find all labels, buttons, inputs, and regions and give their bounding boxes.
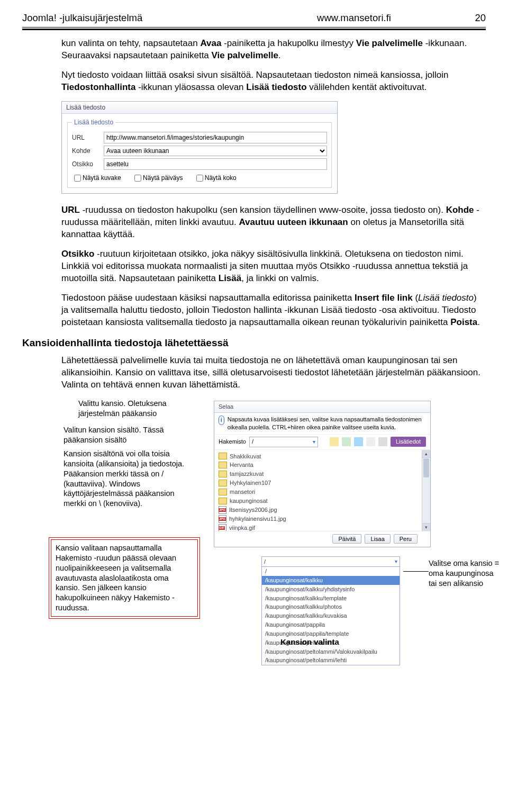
list-item-label: Itsenisyys2006.jpg [229, 506, 277, 514]
update-button[interactable]: Päivitä [332, 534, 361, 544]
dropdown-option[interactable]: /kaupunginosat/kalkku/kuvakisa [262, 611, 400, 620]
kohde-select[interactable]: Avaa uuteen ikkunaan [104, 146, 327, 156]
dropdown-option[interactable]: /kaupunginosat/kalkku/template [262, 594, 400, 603]
chevron-down-icon: ▾ [395, 558, 397, 565]
add-button[interactable]: Lisaa [365, 534, 390, 544]
list-item[interactable]: JPGhyhkylainensivu11.jpg [214, 515, 430, 524]
list-item-label: Shakkikuvat [230, 453, 261, 461]
file-icon: JPG [219, 506, 226, 514]
header-left: Joomla! -julkaisujärjestelmä [22, 12, 243, 25]
cb-show-date[interactable] [134, 175, 141, 182]
folder-icon [219, 480, 227, 486]
caption-folder-select: Kansion valinta [280, 637, 339, 647]
refresh-icon[interactable] [342, 437, 351, 446]
screenshot-add-file-dialog: Lisää tiedosto Lisää tiedosto URL Kohde … [61, 101, 338, 194]
cancel-button[interactable]: Peru [394, 534, 418, 544]
para-1: kun valinta on tehty, napsautetaan Avaa … [61, 38, 486, 62]
list-item-label: mansetori [230, 488, 255, 496]
list-item-label: Hervanta [230, 461, 253, 469]
note-folder-contents: Valitun kansion sisältö. Tässä pääkansio… [64, 425, 190, 445]
note-choose-folder: Kansio valitaan napsauttamalla Hakemisto… [51, 539, 198, 617]
screenshot-folder-dropdown: / ▾ //kaupunginosat/kalkku/kaupunginosat… [261, 556, 400, 665]
scrollbar[interactable]: ▴ ▾ [422, 450, 430, 531]
list-item[interactable]: GIFviinpka.gif [214, 524, 430, 531]
checkbox-row: Näytä kuvake Näytä päiväys Näytä koko [72, 173, 327, 183]
cb-show-size[interactable] [196, 175, 203, 182]
para-5: Tiedostoon pääse uudestaan käsiksi napsa… [61, 292, 486, 329]
note-selected-folder: Valittu kansio. Oletuksena järjestelmän … [78, 399, 189, 419]
info-text: Napsauta kuvaa lisätäksesi sen, valitse … [228, 416, 426, 431]
url-input[interactable] [104, 132, 327, 143]
folder-icon [219, 498, 227, 504]
list-item[interactable]: Hyhkylainen107 [214, 479, 430, 488]
details-button[interactable]: Lisätiedot [391, 437, 426, 447]
header-site: www.mansetori.fi [243, 12, 465, 25]
chevron-down-icon: ▾ [313, 438, 315, 446]
dropdown-select[interactable]: / ▾ [261, 556, 400, 567]
dropdown-option[interactable]: /kaupunginosat/kalkku/photos [262, 602, 400, 611]
screenshot-browse-dialog: Selaa i Napsauta kuvaa lisätäksesi sen, … [214, 401, 431, 547]
kohde-label: Kohde [72, 147, 104, 155]
folder-icon [219, 471, 227, 477]
browse-title: Selaa [214, 401, 430, 413]
list-item[interactable]: tamjazzkuvat [214, 470, 430, 479]
url-label: URL [72, 133, 104, 142]
folder-icon [219, 489, 227, 495]
file-icon: JPG [219, 515, 226, 523]
list-item-label: viinpka.gif [229, 524, 255, 531]
otsikko-input[interactable] [104, 158, 327, 170]
note-folder-marks: Kansion sisältönä voi olla toisia kansio… [64, 449, 196, 509]
para-2: Nyt tiedosto voidaan liittää osaksi sivu… [61, 69, 486, 94]
list-item[interactable]: JPGItsenisyys2006.jpg [214, 506, 430, 515]
file-icon: GIF [219, 524, 226, 531]
section-folders-heading: Kansioidenhallinta tiedostoja lähetettäe… [22, 336, 486, 350]
note-own-folder: Valitse oma kansio = oma kaupunginosa ta… [429, 558, 503, 589]
hakemisto-select[interactable]: / ▾ [249, 437, 318, 447]
list-item[interactable]: mansetori [214, 488, 430, 497]
dropdown-option[interactable]: / [262, 567, 400, 576]
view-list-icon[interactable] [366, 437, 375, 446]
para-3: URL -ruudussa on tiedoston hakupolku (se… [61, 204, 486, 241]
list-item-label: Hyhkylainen107 [230, 479, 271, 487]
new-folder-icon[interactable] [354, 437, 363, 446]
header-page-number: 20 [465, 12, 486, 25]
cb-show-icon[interactable] [74, 175, 81, 182]
list-item[interactable]: Shakkikuvat [214, 452, 430, 461]
up-folder-icon[interactable] [330, 437, 339, 446]
dropdown-option[interactable]: /kaupunginosat/kalkku [262, 576, 400, 585]
dropdown-option[interactable]: /kaupunginosat/pappila [262, 620, 400, 629]
list-item-label: tamjazzkuvat [230, 470, 264, 478]
list-item[interactable]: kaupunginosat [214, 497, 430, 506]
list-item-label: hyhkylainensivu11.jpg [229, 515, 286, 523]
folder-icon [219, 453, 227, 459]
list-item[interactable]: Hervanta [214, 461, 430, 470]
para-6: Lähetettäessä palvelimelle kuvia tai mui… [61, 355, 486, 391]
fieldset-legend: Lisää tiedosto [72, 118, 115, 127]
dropdown-option[interactable]: /kaupunginosat/peltolammi/Valokuvakilpai… [262, 647, 400, 656]
list-item-label: kaupunginosat [230, 497, 268, 505]
scroll-up-icon[interactable]: ▴ [422, 450, 430, 458]
dropdown-option[interactable]: /kaupunginosat/peltolammi/lehti [262, 656, 400, 665]
view-thumbs-icon[interactable] [378, 437, 387, 446]
header-rule [22, 27, 486, 30]
dropdown-option[interactable]: /kaupunginosat/kalkku/yhdistysinfo [262, 585, 400, 594]
file-list: ShakkikuvatHervantatamjazzkuvatHyhkylain… [214, 450, 430, 531]
para-4: Otsikko -ruutuun kirjoitetaan otsikko, j… [61, 248, 486, 285]
hakemisto-label: Hakemisto [219, 438, 246, 446]
info-icon: i [219, 416, 224, 425]
folder-icon [219, 462, 227, 468]
scroll-thumb[interactable] [423, 458, 429, 477]
scroll-down-icon[interactable]: ▾ [422, 523, 430, 531]
dialog-tab[interactable]: Lisää tiedosto [62, 102, 337, 114]
otsikko-label: Otsikko [72, 160, 104, 168]
